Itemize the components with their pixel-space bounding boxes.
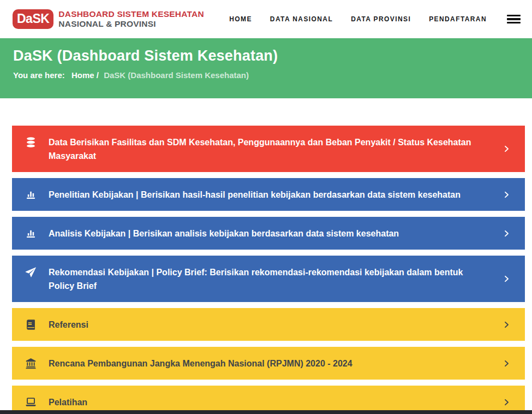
accordion-item-label: Data Berisikan Fasilitas dan SDM Kesehat… — [49, 126, 503, 172]
logo-subtitle: NASIONAL & PROVINSI — [58, 19, 204, 29]
chevron-right-icon — [503, 321, 511, 329]
accordion-item-label: Rencana Pembangunan Jangka Menengah Nasi… — [49, 347, 503, 380]
logo-text: DASHBOARD SISTEM KESEHATAN NASIONAL & PR… — [58, 9, 204, 29]
breadcrumb-prefix: You are here: — [13, 70, 65, 80]
hamburger-menu-icon[interactable] — [507, 15, 521, 24]
site-header: DaSK DASHBOARD SISTEM KESEHATAN NASIONAL… — [0, 0, 532, 38]
paper-plane-icon — [25, 267, 37, 278]
footer-strip — [0, 410, 532, 414]
accordion-item-label: Rekomendasi Kebijakan | Policy Brief: Be… — [49, 256, 503, 302]
book-icon — [25, 319, 37, 330]
logo-title: DASHBOARD SISTEM KESEHATAN — [58, 9, 204, 19]
nav-item-home[interactable]: HOME — [229, 15, 252, 23]
accordion-item-label: Analisis Kebijakan | Berisikan analisis … — [49, 217, 503, 250]
breadcrumb: You are here: Home / DaSK (Dashboard Sis… — [13, 70, 519, 80]
main-nav: HOME DATA NASIONAL DATA PROVINSI PENDAFT… — [229, 15, 521, 24]
nav-item-pendaftaran[interactable]: PENDAFTARAN — [429, 15, 487, 23]
database-icon — [25, 137, 37, 148]
accordion-item[interactable]: Rekomendasi Kebijakan | Policy Brief: Be… — [12, 256, 525, 302]
nav-item-data-nasional[interactable]: DATA NASIONAL — [270, 15, 333, 23]
laptop-icon — [25, 397, 37, 408]
chevron-right-icon — [503, 229, 511, 238]
chevron-right-icon — [503, 191, 511, 199]
accordion-item[interactable]: Referensi — [12, 308, 525, 341]
bank-icon — [25, 358, 37, 369]
accordion-item[interactable]: Analisis Kebijakan | Berisikan analisis … — [12, 217, 525, 250]
chevron-right-icon — [503, 398, 511, 406]
nav-item-data-provinsi[interactable]: DATA PROVINSI — [351, 15, 411, 23]
accordion-list: Data Berisikan Fasilitas dan SDM Kesehat… — [0, 126, 532, 414]
accordion-item[interactable]: Penelitian Kebijakan | Berisikan hasil-h… — [12, 178, 525, 211]
logo-badge: DaSK — [13, 9, 53, 29]
accordion-item[interactable]: Rencana Pembangunan Jangka Menengah Nasi… — [12, 347, 525, 380]
site-logo[interactable]: DaSK DASHBOARD SISTEM KESEHATAN NASIONAL… — [13, 9, 204, 29]
chart-bar-icon — [25, 189, 37, 200]
chevron-right-icon — [503, 275, 511, 283]
chevron-right-icon — [503, 359, 511, 368]
breadcrumb-current: DaSK (Dashboard Sistem Kesehatan) — [104, 70, 249, 80]
chevron-right-icon — [503, 145, 511, 153]
page-title: DaSK (Dashboard Sistem Kesehatan) — [13, 48, 519, 64]
accordion-item-label: Referensi — [49, 308, 503, 341]
breadcrumb-home-link[interactable]: Home / — [71, 70, 99, 80]
chart-bar-icon — [25, 228, 37, 239]
accordion-item[interactable]: Data Berisikan Fasilitas dan SDM Kesehat… — [12, 126, 525, 172]
accordion-item-label: Penelitian Kebijakan | Berisikan hasil-h… — [49, 178, 503, 211]
page-banner: DaSK (Dashboard Sistem Kesehatan) You ar… — [0, 38, 532, 98]
